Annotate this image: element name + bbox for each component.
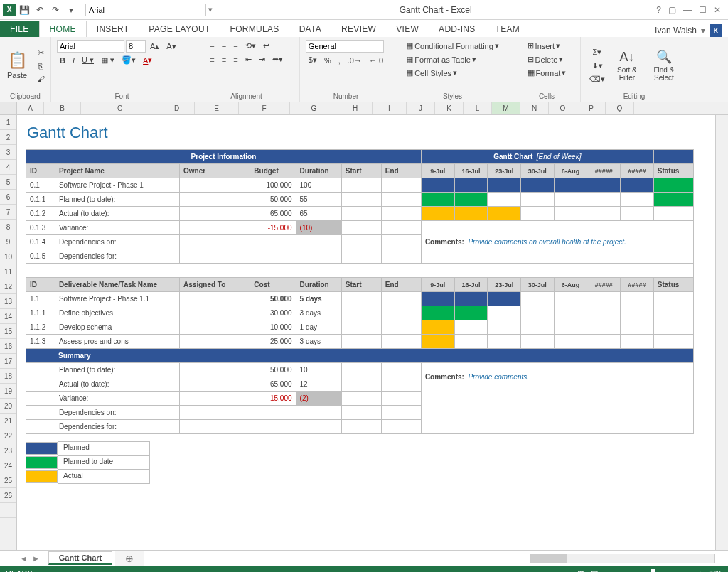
tab-addins[interactable]: ADD-INS: [429, 21, 485, 37]
zoom-level[interactable]: 70%: [707, 569, 722, 572]
cell[interactable]: [180, 406, 250, 420]
gantt-cell[interactable]: [554, 178, 587, 193]
cell[interactable]: [341, 235, 381, 249]
cell[interactable]: 1.1.3: [26, 335, 55, 349]
gantt-cell[interactable]: [421, 335, 454, 349]
col-header[interactable]: O: [549, 102, 577, 114]
cell[interactable]: [381, 406, 421, 420]
number-format-input[interactable]: [306, 40, 384, 53]
font-name-input[interactable]: [57, 40, 124, 53]
fill-color-button[interactable]: 🪣▾: [119, 54, 139, 66]
select-all-corner[interactable]: [0, 102, 17, 114]
italic-button[interactable]: I: [70, 55, 77, 66]
cell[interactable]: 0.1: [26, 178, 55, 193]
cell[interactable]: 100: [296, 178, 341, 193]
gantt-cell[interactable]: [621, 193, 654, 207]
cell[interactable]: 65,000: [250, 207, 296, 221]
decrease-decimal-button[interactable]: ←.0: [366, 55, 386, 66]
orientation-button[interactable]: ⟲▾: [242, 40, 259, 52]
format-as-table-button[interactable]: ▦ Format as Table ▾: [403, 53, 479, 65]
cell[interactable]: [381, 292, 421, 306]
gantt-cell[interactable]: [488, 207, 521, 221]
row-header[interactable]: 1: [0, 115, 16, 130]
sheet-tab-gantt[interactable]: Gantt Chart: [48, 551, 113, 565]
cell[interactable]: [180, 363, 250, 377]
tab-file[interactable]: FILE: [0, 21, 39, 37]
gantt-cell[interactable]: [454, 207, 488, 221]
font-size-input[interactable]: [126, 40, 146, 53]
cell[interactable]: [180, 207, 250, 221]
cell[interactable]: [26, 363, 55, 377]
delete-cells-button[interactable]: ⊟ Delete ▾: [525, 53, 567, 65]
row-header[interactable]: 15: [0, 324, 16, 339]
cell[interactable]: [180, 392, 250, 406]
cell[interactable]: [26, 377, 55, 392]
gantt-cell[interactable]: [488, 306, 521, 320]
tab-home[interactable]: HOME: [39, 21, 87, 37]
gantt-cell[interactable]: [621, 335, 654, 349]
clear-button[interactable]: ⌫▾: [587, 73, 608, 85]
row-header[interactable]: 23: [0, 443, 16, 458]
row-header[interactable]: [0, 503, 16, 518]
cell[interactable]: Actual (to date):: [55, 207, 179, 221]
cell[interactable]: 12: [296, 377, 341, 392]
cell[interactable]: Actual (to date):: [55, 377, 179, 392]
row-header[interactable]: 22: [0, 428, 16, 443]
cell[interactable]: [250, 420, 296, 434]
cell[interactable]: [381, 249, 421, 264]
cell[interactable]: 1 day: [296, 320, 341, 335]
col-header[interactable]: E: [195, 102, 239, 114]
cell[interactable]: [250, 235, 296, 249]
cell[interactable]: Planned (to date):: [55, 363, 179, 377]
comments-cell[interactable]: Comments: Provide comments.: [421, 363, 693, 434]
cell[interactable]: [296, 249, 341, 264]
decrease-font-button[interactable]: A▾: [164, 41, 178, 53]
cell[interactable]: [296, 235, 341, 249]
gantt-cell[interactable]: [421, 193, 454, 207]
cell[interactable]: [381, 306, 421, 320]
row-header[interactable]: 17: [0, 354, 16, 369]
cell[interactable]: [381, 320, 421, 335]
row-header[interactable]: 3: [0, 145, 16, 160]
cell[interactable]: 0.1.4: [26, 235, 55, 249]
tab-nav-prev-icon[interactable]: ◄: [20, 554, 28, 563]
cell[interactable]: [180, 320, 250, 335]
col-header[interactable]: A: [17, 102, 44, 114]
zoom-out-icon[interactable]: −: [621, 569, 625, 572]
page-layout-view-icon[interactable]: ▤: [589, 569, 600, 573]
border-button[interactable]: ▦ ▾: [98, 54, 117, 66]
cell[interactable]: [26, 420, 55, 434]
tab-team[interactable]: TEAM: [486, 21, 530, 37]
cell[interactable]: Dependencies for:: [55, 420, 179, 434]
redo-icon[interactable]: ↷: [48, 3, 63, 17]
gantt-cell[interactable]: [621, 306, 654, 320]
user-avatar-icon[interactable]: K: [710, 24, 722, 37]
cell[interactable]: 30,000: [250, 306, 296, 320]
decrease-indent-button[interactable]: ⇤: [242, 53, 255, 65]
gantt-cell[interactable]: [520, 207, 554, 221]
cell[interactable]: [180, 335, 250, 349]
cell[interactable]: 10,000: [250, 320, 296, 335]
cell[interactable]: Variance:: [55, 221, 179, 235]
cell[interactable]: 3 days: [296, 335, 341, 349]
gantt-cell[interactable]: [488, 292, 521, 306]
row-header[interactable]: 13: [0, 294, 16, 309]
cell[interactable]: 25,000: [250, 335, 296, 349]
cell[interactable]: [653, 306, 693, 320]
cell[interactable]: Planned (to date):: [55, 193, 179, 207]
copy-button[interactable]: ⎘: [34, 60, 48, 72]
cell[interactable]: [381, 420, 421, 434]
cell[interactable]: [381, 377, 421, 392]
cell[interactable]: -15,000: [250, 392, 296, 406]
align-left-button[interactable]: ≡: [207, 54, 217, 65]
currency-button[interactable]: $▾: [306, 54, 320, 66]
bold-button[interactable]: B: [57, 55, 68, 66]
cell[interactable]: [653, 292, 693, 306]
fill-button[interactable]: ⬇▾: [587, 60, 608, 72]
cell[interactable]: 1.1.2: [26, 320, 55, 335]
row-header[interactable]: 20: [0, 399, 16, 414]
cell[interactable]: [180, 221, 250, 235]
merge-button[interactable]: ⬌▾: [269, 53, 286, 65]
tab-page-layout[interactable]: PAGE LAYOUT: [139, 21, 220, 37]
excel-icon[interactable]: X: [3, 4, 16, 16]
